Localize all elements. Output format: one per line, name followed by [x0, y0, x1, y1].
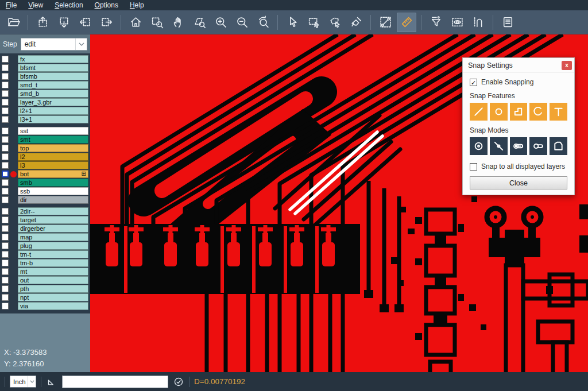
pad-entire-snap-icon[interactable]: [510, 137, 528, 155]
layer-row-layer_3.gbr[interactable]: layer_3.gbr: [0, 98, 90, 106]
layer-row-smd_t[interactable]: smd_t: [0, 81, 90, 89]
layer-name-cell[interactable]: l3+1: [18, 115, 88, 123]
layer-row-dir[interactable]: dir: [0, 196, 90, 204]
net-trace-icon[interactable]: [469, 13, 488, 32]
arc-snap-icon[interactable]: [529, 103, 547, 121]
filter-icon[interactable]: [426, 13, 446, 32]
line-point-snap-icon[interactable]: [490, 137, 508, 155]
layer-visibility-checkbox[interactable]: [2, 136, 9, 143]
layer-visibility-checkbox[interactable]: [2, 277, 9, 284]
layer-right-icon[interactable]: [96, 13, 116, 32]
layer-name-cell[interactable]: dir: [18, 196, 88, 204]
center-snap-icon[interactable]: [470, 137, 488, 155]
layer-name-cell[interactable]: fx: [18, 55, 88, 63]
ruler-icon[interactable]: [397, 13, 416, 32]
layer-visibility-checkbox[interactable]: [2, 208, 9, 215]
layer-visibility-checkbox[interactable]: [2, 260, 9, 266]
layer-visibility-checkbox[interactable]: [2, 127, 9, 134]
report-icon[interactable]: [498, 13, 517, 32]
layer-visibility-checkbox[interactable]: [2, 303, 9, 309]
layer-name-cell[interactable]: plug: [18, 242, 88, 250]
select-rectangle-icon[interactable]: [304, 13, 323, 32]
layer-name-cell[interactable]: smb: [18, 179, 88, 187]
layer-visibility-checkbox[interactable]: [2, 56, 9, 63]
layer-name-cell[interactable]: layer_3.gbr: [18, 98, 88, 106]
pan-icon[interactable]: [168, 13, 188, 32]
layer-row-smt[interactable]: smt: [0, 136, 90, 144]
zoom-out-icon[interactable]: [232, 13, 252, 32]
layer-name-cell[interactable]: bfsmt: [18, 64, 88, 72]
menu-options[interactable]: Options: [95, 1, 118, 9]
layer-name-cell[interactable]: tm-t: [18, 250, 88, 258]
layer-row-ssb[interactable]: ssb: [0, 187, 90, 195]
layer-visibility-checkbox[interactable]: [2, 268, 9, 275]
layer-name-cell[interactable]: ssb: [18, 187, 88, 195]
layer-row-sst[interactable]: sst: [0, 127, 90, 135]
surface-snap-icon[interactable]: [510, 103, 528, 121]
layer-row-l2[interactable]: l2: [0, 153, 90, 161]
layer-row-target[interactable]: target: [0, 216, 90, 224]
zoom-home-icon[interactable]: [126, 13, 145, 32]
layer-visibility-checkbox[interactable]: [2, 107, 9, 114]
zoom-window-icon[interactable]: [147, 13, 167, 32]
layer-name-cell[interactable]: top: [18, 144, 88, 152]
layer-visibility-checkbox[interactable]: [2, 64, 9, 71]
layer-name-cell[interactable]: bot⊞: [18, 170, 88, 178]
layer-name-cell[interactable]: l2+1: [18, 107, 88, 115]
layer-row-npt[interactable]: npt: [0, 293, 90, 301]
line-snap-icon[interactable]: [470, 103, 488, 121]
enable-snapping-checkbox[interactable]: ✓: [470, 79, 477, 86]
layer-name-cell[interactable]: npt: [18, 293, 88, 301]
layer-row-smb[interactable]: smb: [0, 179, 90, 187]
layer-visibility-checkbox[interactable]: [2, 82, 9, 88]
text-snap-icon[interactable]: [550, 103, 567, 121]
layer-visibility-checkbox[interactable]: [2, 153, 9, 160]
layer-name-cell[interactable]: l2: [18, 153, 88, 161]
layer-left-icon[interactable]: [75, 13, 95, 32]
layer-name-cell[interactable]: sst: [18, 127, 88, 135]
layer-visibility-checkbox[interactable]: [2, 285, 9, 292]
view-settings-icon[interactable]: [447, 13, 467, 32]
folder-open-icon[interactable]: [3, 13, 23, 32]
layer-row-out[interactable]: out: [0, 276, 90, 284]
layer-visibility-checkbox[interactable]: [2, 242, 9, 249]
layer-row-dirgerber[interactable]: dirgerber: [0, 224, 90, 233]
select-pointer-icon[interactable]: [283, 13, 302, 32]
layer-row-fx[interactable]: fx: [0, 55, 90, 63]
circle-snap-icon[interactable]: [490, 103, 508, 121]
layer-row-plug[interactable]: plug: [0, 242, 90, 250]
layer-visibility-checkbox[interactable]: [2, 188, 9, 195]
layer-row-pth[interactable]: pth: [0, 285, 90, 293]
layer-name-cell[interactable]: l3: [18, 161, 88, 169]
zoom-previous-icon[interactable]: [253, 13, 273, 32]
layer-name-cell[interactable]: smd_t: [18, 81, 88, 89]
layer-name-cell[interactable]: target: [18, 216, 88, 224]
layer-row-mt[interactable]: mt: [0, 268, 90, 276]
layer-name-cell[interactable]: via: [18, 302, 88, 310]
menu-view[interactable]: View: [28, 1, 43, 9]
layer-row-tm-t[interactable]: tm-t: [0, 250, 90, 258]
layer-visibility-checkbox[interactable]: [2, 162, 9, 169]
layer-visibility-checkbox[interactable]: [2, 251, 9, 258]
layer-row-map[interactable]: map: [0, 233, 90, 241]
layer-visibility-checkbox[interactable]: [2, 99, 9, 106]
layer-name-cell[interactable]: bfsmb: [18, 72, 88, 80]
layer-visibility-checkbox[interactable]: [2, 145, 9, 152]
brush-icon[interactable]: [346, 13, 366, 32]
layer-visibility-checkbox[interactable]: [2, 216, 9, 223]
layer-name-cell[interactable]: mt: [18, 268, 88, 276]
apply-icon[interactable]: [173, 376, 184, 388]
layer-row-via[interactable]: via: [0, 302, 90, 310]
layer-visibility-checkbox[interactable]: [2, 179, 9, 186]
units-select[interactable]: Inch: [10, 375, 36, 388]
close-button[interactable]: Close: [470, 176, 567, 189]
layer-row-bot[interactable]: bot⊞: [0, 170, 90, 178]
menu-selection[interactable]: Selection: [55, 1, 83, 9]
layer-up-icon[interactable]: [33, 13, 52, 32]
layer-down-icon[interactable]: [54, 13, 74, 32]
layer-visibility-checkbox[interactable]: [2, 294, 9, 301]
snap-all-layers-checkbox[interactable]: [470, 163, 477, 171]
layer-name-cell[interactable]: pth: [18, 285, 88, 293]
select-polygon-icon[interactable]: [325, 13, 345, 32]
layer-row-bfsmb[interactable]: bfsmb: [0, 72, 90, 80]
